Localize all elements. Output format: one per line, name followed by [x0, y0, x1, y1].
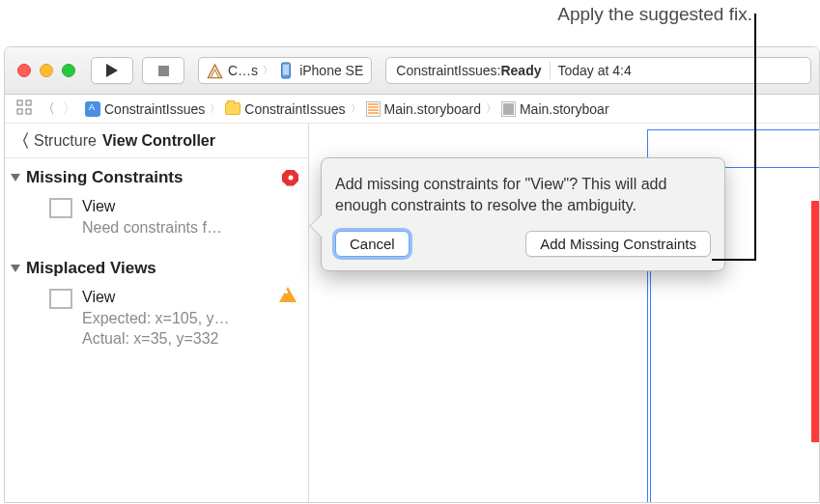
- run-button[interactable]: [91, 57, 133, 84]
- window-toolbar: C…s 〉 iPhone SE ConstraintIssues: Ready …: [5, 47, 819, 95]
- scheme-selector[interactable]: C…s 〉 iPhone SE: [198, 57, 372, 84]
- section-missing-constraints: Missing Constraints View Need constraint…: [5, 158, 308, 249]
- breadcrumb-label: Main.storyboard: [384, 101, 481, 117]
- play-icon: [106, 64, 118, 77]
- breadcrumb-item-storyboard-base[interactable]: Main.storyboar: [496, 101, 614, 117]
- section-misplaced-views: Misplaced Views View Expected: x=105, y……: [5, 249, 308, 361]
- close-window-button[interactable]: [17, 64, 31, 77]
- cancel-button[interactable]: Cancel: [335, 231, 410, 257]
- view-icon: [49, 289, 72, 309]
- annotation-connector: [754, 14, 756, 261]
- issue-item-subtitle: Expected: x=105, y…: [82, 308, 269, 329]
- storyboard-icon: [366, 101, 381, 117]
- svg-rect-1: [283, 65, 289, 75]
- scheme-name: C…s: [228, 63, 258, 78]
- popover-message: Add missing constraints for "View"? This…: [335, 174, 711, 217]
- breadcrumb-label: ConstraintIssues: [244, 101, 345, 117]
- storyboard-base-icon: [501, 101, 516, 117]
- chevron-right-icon: 〉: [210, 101, 220, 116]
- breadcrumb-item-folder[interactable]: ConstraintIssues: [220, 101, 350, 117]
- related-items-button[interactable]: [16, 99, 32, 118]
- chevron-right-icon: 〉: [486, 101, 496, 116]
- outline-back-button[interactable]: 〈 Structure: [13, 129, 97, 153]
- activity-viewer[interactable]: ConstraintIssues: Ready Today at 4:4: [385, 57, 811, 84]
- breadcrumb-label: ConstraintIssues: [104, 101, 205, 117]
- outline-back-label: Structure: [34, 132, 97, 150]
- misplaced-indicator: [811, 201, 820, 442]
- fix-popover: Add missing constraints for "View"? This…: [321, 157, 725, 271]
- section-title: Misplaced Views: [26, 259, 298, 278]
- folder-icon: [225, 102, 240, 115]
- outline-title: View Controller: [102, 132, 215, 150]
- section-title: Missing Constraints: [26, 168, 282, 187]
- issue-item-subtitle: Need constraints f…: [82, 217, 269, 238]
- issue-item[interactable]: View Expected: x=105, y… Actual: x=35, y…: [5, 284, 308, 357]
- disclosure-triangle-icon[interactable]: [11, 174, 20, 182]
- app-icon: [207, 63, 223, 79]
- section-header[interactable]: Missing Constraints: [5, 162, 308, 193]
- chevron-right-icon: 〉: [263, 64, 272, 77]
- warning-badge-icon[interactable]: [279, 287, 297, 302]
- device-icon: [277, 62, 295, 79]
- annotation-label: Apply the suggested fix.: [557, 4, 752, 25]
- issue-item-title: View: [82, 196, 269, 217]
- stop-icon: [158, 66, 169, 76]
- breadcrumb-item-project[interactable]: ConstraintIssues: [80, 101, 210, 117]
- section-header[interactable]: Misplaced Views: [5, 253, 308, 284]
- view-icon: [49, 198, 72, 218]
- minimize-window-button[interactable]: [40, 64, 53, 77]
- svg-rect-3: [26, 100, 31, 105]
- project-icon: [85, 101, 100, 117]
- nav-back-button[interactable]: 〈: [38, 98, 59, 120]
- chevron-right-icon: 〉: [351, 101, 361, 116]
- svg-rect-4: [17, 109, 22, 114]
- device-name: iPhone SE: [299, 63, 363, 78]
- status-separator: [550, 62, 551, 79]
- window-controls: [17, 64, 75, 77]
- outline-header[interactable]: 〈 Structure View Controller: [5, 124, 308, 158]
- status-project: ConstraintIssues:: [396, 63, 500, 78]
- xcode-window: C…s 〉 iPhone SE ConstraintIssues: Ready …: [4, 46, 820, 503]
- chevron-left-icon: 〈: [13, 129, 30, 153]
- issue-item[interactable]: View Need constraints f…: [5, 193, 308, 245]
- status-state: Ready: [500, 63, 541, 78]
- svg-rect-5: [26, 109, 31, 114]
- svg-rect-2: [17, 100, 22, 105]
- issue-item-subtitle2: Actual: x=35, y=332: [82, 328, 269, 350]
- status-time: Today at 4:4: [558, 63, 632, 78]
- error-badge-icon[interactable]: [282, 170, 298, 186]
- document-outline: 〈 Structure View Controller Missing Cons…: [5, 124, 309, 502]
- disclosure-triangle-icon[interactable]: [11, 265, 20, 272]
- annotation-connector-h: [712, 259, 756, 261]
- nav-forward-button[interactable]: 〉: [59, 98, 80, 120]
- breadcrumb-item-storyboard[interactable]: Main.storyboard: [361, 101, 486, 117]
- stop-button[interactable]: [142, 57, 184, 84]
- issue-item-title: View: [82, 287, 269, 308]
- jump-bar: 〈 〉 ConstraintIssues 〉 ConstraintIssues …: [5, 95, 819, 124]
- zoom-window-button[interactable]: [62, 64, 75, 77]
- add-missing-constraints-button[interactable]: Add Missing Constraints: [525, 231, 711, 257]
- breadcrumb-label: Main.storyboar: [520, 101, 609, 117]
